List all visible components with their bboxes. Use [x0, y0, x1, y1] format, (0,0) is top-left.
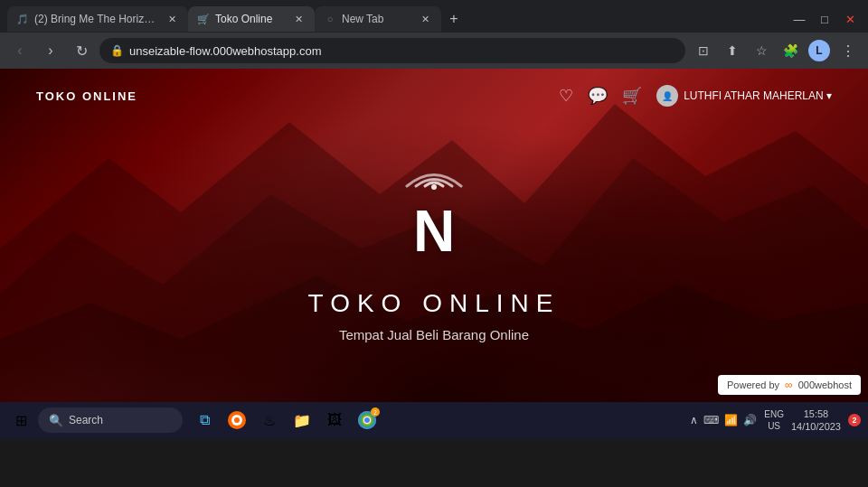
- tab-title-2: Toko Online: [215, 13, 286, 25]
- file-explorer-icon[interactable]: 📁: [288, 406, 316, 435]
- tab-title-1: (2) Bring Me The Horizon -: [34, 13, 159, 25]
- tab-bar: 🎵 (2) Bring Me The Horizon - ✕ 🛒 Toko On…: [0, 0, 868, 33]
- extension-icon[interactable]: 🧩: [778, 38, 803, 63]
- taskbar-search[interactable]: 🔍 Search: [38, 407, 183, 433]
- tab-close-3[interactable]: ✕: [418, 12, 432, 26]
- restore-button[interactable]: □: [814, 8, 835, 30]
- tab-toko-online[interactable]: 🛒 Toko Online ✕: [188, 6, 315, 32]
- taskbar-app-icons: ⧉ ♨ 📁 🖼: [190, 406, 382, 435]
- hero-icon-wrap: N: [398, 159, 470, 260]
- chrome-badge: 2: [371, 407, 380, 417]
- profile-avatar[interactable]: L: [808, 40, 830, 61]
- back-button[interactable]: ‹: [7, 38, 33, 63]
- wifi-tray-icon[interactable]: 📶: [724, 414, 738, 426]
- tab-new-tab[interactable]: ○ New Tab ✕: [315, 6, 441, 32]
- popos-icon[interactable]: [222, 406, 251, 435]
- site-navbar: TOKO ONLINE ♡ 💬 🛒 👤 LUTHFI ATHAR MAHERLA…: [0, 69, 868, 123]
- hero-subtitle: Tempat Jual Beli Barang Online: [339, 327, 529, 342]
- powered-by-banner: Powered by ∞ 000webhost: [718, 375, 861, 395]
- cast-icon[interactable]: ⊡: [691, 38, 716, 63]
- tab-bar-right: — □ ✕: [788, 8, 868, 30]
- forward-button[interactable]: ›: [38, 38, 63, 63]
- hero-letter: N: [398, 202, 470, 260]
- profile-icon[interactable]: L: [807, 38, 832, 63]
- windows-logo: ⊞: [15, 412, 27, 429]
- lang-text: ENG: [764, 408, 784, 420]
- chat-icon[interactable]: 💬: [588, 86, 608, 106]
- hero-title: TOKO ONLINE: [308, 289, 561, 318]
- volume-icon[interactable]: 🔊: [743, 414, 757, 426]
- user-menu[interactable]: 👤 LUTHFI ATHAR MAHERLAN ▾: [656, 85, 832, 107]
- share-icon[interactable]: ⬆: [720, 38, 745, 63]
- taskbar-search-text: Search: [69, 414, 103, 426]
- reload-button[interactable]: ↻: [69, 38, 94, 63]
- language-area[interactable]: ENG US: [764, 408, 784, 432]
- tab-favicon-2: 🛒: [197, 13, 210, 25]
- svg-point-3: [431, 184, 437, 190]
- cart-icon[interactable]: 🛒: [622, 86, 642, 106]
- taskbar: ⊞ 🔍 Search ⧉ ♨ 📁 🖼: [0, 402, 868, 438]
- chrome-taskbar-icon[interactable]: 2: [353, 406, 382, 435]
- wishlist-icon[interactable]: ♡: [559, 86, 573, 106]
- site-nav-icons: ♡ 💬 🛒 👤 LUTHFI ATHAR MAHERLAN ▾: [559, 85, 832, 107]
- clock-date: 14/10/2023: [791, 420, 841, 433]
- minimize-button[interactable]: —: [788, 8, 810, 30]
- website-content: TOKO ONLINE ♡ 💬 🛒 👤 LUTHFI ATHAR MAHERLA…: [0, 69, 868, 402]
- powered-brand: 000webhost: [798, 379, 852, 390]
- powered-label: Powered by: [727, 379, 779, 390]
- site-logo: TOKO ONLINE: [36, 89, 137, 103]
- url-text: unseizable-flow.000webhostapp.com: [129, 44, 675, 58]
- hero-section: N TOKO ONLINE Tempat Jual Beli Barang On…: [0, 123, 868, 342]
- address-bar: ‹ › ↻ 🔒 unseizable-flow.000webhostapp.co…: [0, 33, 868, 69]
- user-name: LUTHFI ATHAR MAHERLAN ▾: [684, 89, 832, 102]
- region-text: US: [768, 420, 780, 432]
- tray-up-arrow[interactable]: ∧: [690, 414, 698, 426]
- user-avatar: 👤: [656, 85, 678, 107]
- url-bar[interactable]: 🔒 unseizable-flow.000webhostapp.com: [99, 38, 685, 63]
- start-button[interactable]: ⊞: [7, 407, 34, 434]
- chrome-menu-button[interactable]: ⋮: [835, 38, 861, 63]
- tab-bring-me[interactable]: 🎵 (2) Bring Me The Horizon - ✕: [7, 6, 188, 32]
- tab-favicon-3: ○: [324, 13, 336, 25]
- clock-area[interactable]: 15:58 14/10/2023: [791, 407, 841, 434]
- lock-icon: 🔒: [110, 44, 124, 57]
- tab-close-2[interactable]: ✕: [291, 12, 306, 26]
- clock-time: 15:58: [804, 407, 829, 420]
- photo-icon[interactable]: 🖼: [320, 406, 349, 435]
- taskbar-right: ∧ ⌨ 📶 🔊 ENG US 15:58 14/10/2023 2: [690, 407, 861, 434]
- wifi-icon: [398, 159, 470, 199]
- task-view-button[interactable]: ⧉: [190, 406, 219, 435]
- tab-bar-left: 🎵 (2) Bring Me The Horizon - ✕ 🛒 Toko On…: [0, 6, 788, 32]
- tab-close-1[interactable]: ✕: [165, 12, 179, 26]
- address-right-icons: ⊡ ⬆ ☆ 🧩 L ⋮: [691, 38, 861, 63]
- taskbar-search-icon: 🔍: [49, 414, 63, 427]
- bookmark-icon[interactable]: ☆: [749, 38, 774, 63]
- new-tab-button[interactable]: +: [441, 6, 467, 32]
- close-button[interactable]: ✕: [839, 8, 861, 30]
- tab-favicon-1: 🎵: [16, 13, 29, 25]
- steam-icon[interactable]: ♨: [255, 406, 284, 435]
- svg-point-6: [234, 417, 240, 423]
- svg-point-10: [364, 417, 370, 423]
- keyboard-icon[interactable]: ⌨: [703, 414, 719, 426]
- browser-chrome: 🎵 (2) Bring Me The Horizon - ✕ 🛒 Toko On…: [0, 0, 868, 69]
- system-tray: ∧ ⌨ 📶 🔊: [690, 414, 757, 426]
- tab-title-3: New Tab: [342, 13, 412, 25]
- webhost-logo: ∞: [785, 379, 793, 391]
- notification-badge[interactable]: 2: [848, 414, 861, 426]
